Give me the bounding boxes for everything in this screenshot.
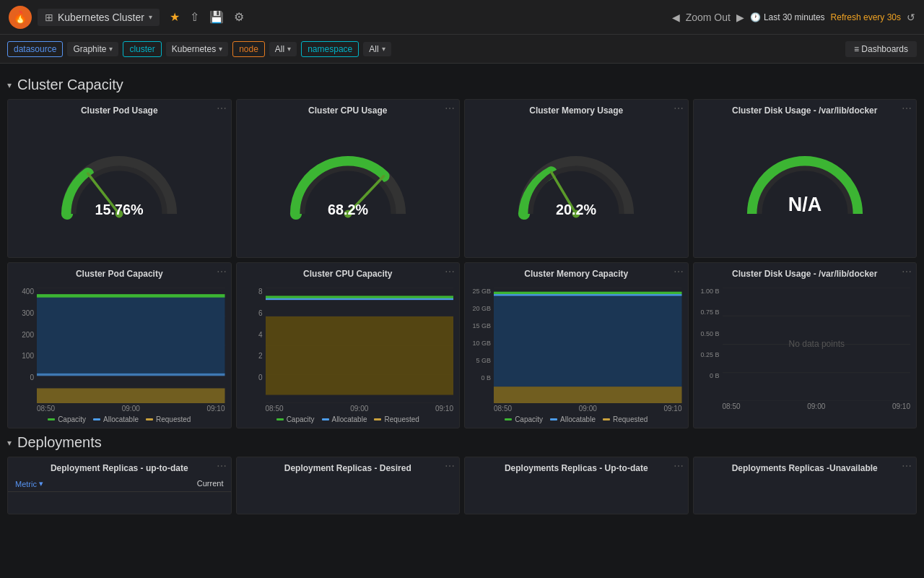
svg-text:No data points: No data points [788,337,844,349]
title-caret-icon: ▾ [149,13,152,21]
memory-usage-svg: 20.2% [511,148,641,228]
chart-panel-grid: Cluster Pod Capacity ⋯ 400 300 200 100 0 [7,262,917,428]
logo-icon: 🔥 [13,10,27,24]
deployments-panel-grid: Deployment Replicas - up-to-date ⋯ Metri… [7,457,917,514]
metric-sort-button[interactable]: Metric ▾ [15,479,43,488]
replicas-uptodate2-menu-icon[interactable]: ⋯ [674,460,684,472]
pod-capacity-y-axis: 400 300 200 100 0 [8,288,37,381]
dashboard-grid-icon: ⊞ [45,12,53,23]
namespace-filter[interactable]: namespace [301,41,359,57]
metric-sort-icon: ▾ [39,479,43,488]
dashboard-title-group[interactable]: ⊞ Kubernetes Cluster ▾ [38,9,160,26]
svg-text:N/A: N/A [788,194,822,215]
svg-rect-15 [37,296,225,374]
cluster-capacity-toggle[interactable]: ▾ [7,80,12,90]
time-range-label: Last 30 minutes [764,12,825,22]
svg-rect-33 [494,294,682,387]
cpu-legend-allocatable: Allocatable [322,415,367,423]
cpu-usage-gauge: 68.2% [237,118,460,257]
legend-requested-dot [146,418,153,420]
replicas-unavailable-menu-icon[interactable]: ⋯ [902,460,912,472]
pod-capacity-svg [37,288,225,403]
cpu-legend-requested-label: Requested [384,415,419,423]
memory-usage-menu-icon[interactable]: ⋯ [674,103,684,114]
cluster-memory-capacity-panel: Cluster Memory Capacity ⋯ 25 GB 20 GB 15… [464,262,689,428]
share-icon[interactable]: ⇧ [190,10,199,24]
all-filter-2[interactable]: All ▾ [363,42,391,56]
cpu-legend-requested: Requested [374,415,419,423]
graphite-filter[interactable]: Graphite ▾ [67,42,118,56]
mem-legend-requested-dot [603,418,610,420]
cluster-pod-capacity-panel: Cluster Pod Capacity ⋯ 400 300 200 100 0 [7,262,232,428]
graphite-caret-icon: ▾ [109,45,113,53]
all2-caret-icon: ▾ [382,45,385,53]
nav-icon-group: ★ ⇧ 💾 ⚙ [170,10,244,24]
gauge-panel-grid: Cluster Pod Usage ⋯ 15.76% Clus [7,99,917,258]
cpu-usage-menu-icon[interactable]: ⋯ [445,103,455,114]
svg-rect-24 [266,316,454,395]
dashboards-button[interactable]: ≡ Dashboards [845,41,917,57]
mem-legend-capacity-label: Capacity [515,415,543,423]
save-icon[interactable]: 💾 [209,10,224,24]
pod-capacity-menu-icon[interactable]: ⋯ [217,266,227,277]
pod-capacity-chart: 400 300 200 100 0 [8,282,231,403]
legend-capacity-dot [48,418,55,420]
mem-legend-capacity-dot [505,418,512,420]
legend-capacity: Capacity [48,415,86,423]
deployment-table-header: Metric ▾ Current [8,476,231,492]
pod-usage-menu-icon[interactable]: ⋯ [217,103,227,114]
cluster-cpu-capacity-title: Cluster CPU Capacity [237,263,460,282]
datasource-filter[interactable]: datasource [7,41,63,57]
kubernetes-caret-icon: ▾ [219,45,222,53]
cluster-capacity-section-header: ▾ Cluster Capacity [7,77,917,93]
zoom-out-button[interactable]: Zoom Out [686,12,731,23]
legend-allocatable-label: Allocatable [103,415,139,423]
deployments-section-header: ▾ Deployments [7,434,917,451]
deployments-replicas-unavailable-panel: Deployments Replicas -Unavailable ⋯ [693,457,918,514]
cpu-legend-allocatable-label: Allocatable [332,415,367,423]
kubernetes-filter[interactable]: Kubernetes ▾ [166,42,228,56]
disk-capacity-chart: 1.00 B 0.75 B 0.50 B 0.25 B 0 B No data … [694,282,917,401]
memory-capacity-menu-icon[interactable]: ⋯ [674,266,684,277]
svg-rect-25 [266,296,454,298]
mem-legend-capacity: Capacity [505,415,543,423]
mem-legend-allocatable: Allocatable [550,415,596,423]
replicas-uptodate-menu-icon[interactable]: ⋯ [217,460,227,472]
replicas-desired-menu-icon[interactable]: ⋯ [445,460,455,472]
clock-icon: 🕐 [750,12,761,22]
cpu-capacity-chart: 8 6 4 2 0 [237,282,460,403]
svg-text:20.2%: 20.2% [556,202,597,217]
refresh-icon[interactable]: ↺ [907,12,915,23]
zoom-forward-button[interactable]: ▶ [736,12,744,23]
all-filter-1[interactable]: All ▾ [269,42,297,56]
cpu-legend-capacity-dot [276,418,284,420]
cpu-capacity-svg [266,288,454,403]
cluster-capacity-title: Cluster Capacity [17,77,123,93]
cpu-capacity-menu-icon[interactable]: ⋯ [445,266,455,277]
legend-requested-label: Requested [156,415,191,423]
cluster-disk-usage-panel: Cluster Disk Usage - /var/lib/docker ⋯ N… [693,99,918,258]
deployments-toggle[interactable]: ▾ [7,438,12,448]
star-icon[interactable]: ★ [170,10,180,24]
time-range-display[interactable]: 🕐 Last 30 minutes [750,12,825,22]
disk-usage-svg: N/A [740,148,870,228]
legend-allocatable: Allocatable [93,415,139,423]
deployments-replicas-uptodate-title: Deployments Replicas - Up-to-date [465,457,688,476]
all1-caret-icon: ▾ [287,45,291,53]
disk-capacity-menu-icon[interactable]: ⋯ [902,266,912,277]
logo-button[interactable]: 🔥 [9,6,32,29]
refresh-interval-label[interactable]: Refresh every 30s [831,12,901,22]
cpu-capacity-y-axis: 8 6 4 2 0 [237,288,266,381]
settings-icon[interactable]: ⚙ [234,10,244,24]
cpu-usage-svg: 68.2% [283,148,413,228]
disk-usage-gauge: N/A [694,118,917,257]
deployment-replicas-uptodate-panel: Deployment Replicas - up-to-date ⋯ Metri… [7,457,232,514]
cpu-legend-requested-dot [374,418,381,420]
memory-usage-gauge: 20.2% [465,118,688,257]
cluster-filter[interactable]: cluster [123,41,161,57]
zoom-back-button[interactable]: ◀ [672,12,680,23]
svg-rect-18 [37,374,225,376]
cluster-pod-usage-title: Cluster Pod Usage [78,100,161,118]
disk-usage-menu-icon[interactable]: ⋯ [902,103,912,114]
node-filter[interactable]: node [232,41,265,57]
